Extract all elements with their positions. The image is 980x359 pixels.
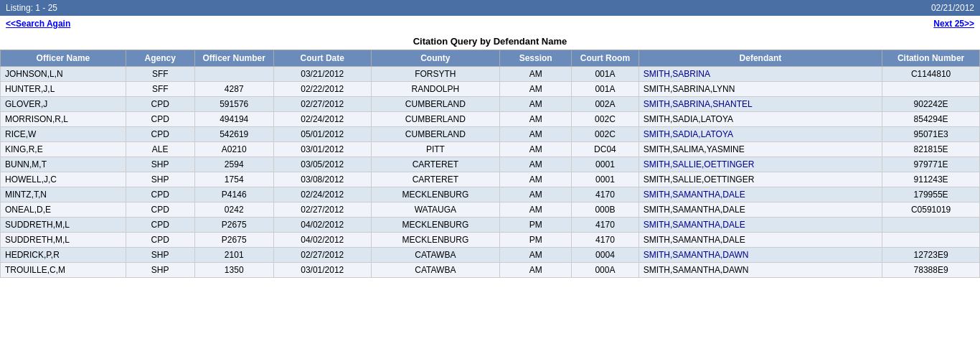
cell-citation_number xyxy=(882,233,980,248)
table-row: JOHNSON,L,NSFF03/21/2012FORSYTHAM001ASMI… xyxy=(1,67,980,82)
cell-officer_name: GLOVER,J xyxy=(1,97,126,112)
defendant-link[interactable]: SMITH,SABRINA,SHANTEL xyxy=(644,99,753,109)
cell-agency: CPD xyxy=(126,202,194,218)
cell-county: CARTERET xyxy=(371,157,499,172)
cell-court_room: 002C xyxy=(572,127,639,142)
table-row: HEDRICK,P,RSHP210102/27/2012CATAWBAAM000… xyxy=(1,248,980,263)
cell-defendant[interactable]: SMITH,SABRINA xyxy=(639,67,882,82)
cell-court_date: 03/05/2012 xyxy=(273,157,371,172)
defendant-link[interactable]: SMITH,SADIA,LATOYA xyxy=(644,129,733,139)
listing-text: Listing: 1 - 25 xyxy=(6,3,57,13)
cell-citation_number: C0591019 xyxy=(882,202,980,218)
cell-citation_number xyxy=(882,82,980,97)
col-header-county: County xyxy=(371,50,499,67)
cell-session: AM xyxy=(500,157,572,172)
cell-county: MECKLENBURG xyxy=(371,218,499,233)
cell-citation_number: 12723E9 xyxy=(882,248,980,263)
cell-defendant: SMITH,SAMANTHA,DALE xyxy=(639,233,882,248)
cell-officer_number: P2675 xyxy=(194,233,273,248)
cell-court_date: 02/24/2012 xyxy=(273,187,371,202)
cell-court_room: 001A xyxy=(572,82,639,97)
cell-officer_name: SUDDRETH,M,L xyxy=(1,233,126,248)
cell-officer_name: MORRISON,R,L xyxy=(1,112,126,127)
cell-county: CUMBERLAND xyxy=(371,97,499,112)
table-row: GLOVER,JCPD59157602/27/2012CUMBERLANDAM0… xyxy=(1,97,980,112)
cell-officer_name: MINTZ,T,N xyxy=(1,187,126,202)
cell-county: CARTERET xyxy=(371,172,499,187)
cell-court_room: 002A xyxy=(572,97,639,112)
table-row: ONEAL,D,ECPD024202/27/2012WATAUGAAM000BS… xyxy=(1,202,980,218)
cell-county: PITT xyxy=(371,142,499,157)
defendant-link[interactable]: SMITH,SALLIE,OETTINGER xyxy=(644,159,755,169)
cell-officer_name: RICE,W xyxy=(1,127,126,142)
col-header-citation-number: Citation Number xyxy=(882,50,980,67)
cell-county: CUMBERLAND xyxy=(371,127,499,142)
cell-officer_number: 1350 xyxy=(194,263,273,278)
cell-officer_number: 0242 xyxy=(194,202,273,218)
cell-court_date: 02/27/2012 xyxy=(273,97,371,112)
table-row: BUNN,M,TSHP259403/05/2012CARTERETAM0001S… xyxy=(1,157,980,172)
cell-court_room: 4170 xyxy=(572,233,639,248)
search-again-link[interactable]: <<Search Again xyxy=(6,19,70,29)
cell-citation_number: 979771E xyxy=(882,157,980,172)
next-25-link[interactable]: Next 25>> xyxy=(933,19,974,29)
table-row: HUNTER,J,LSFF428702/22/2012RANDOLPHAM001… xyxy=(1,82,980,97)
col-header-officer: Officer Name xyxy=(1,50,126,67)
cell-defendant: SMITH,SABRINA,LYNN xyxy=(639,82,882,97)
cell-county: RANDOLPH xyxy=(371,82,499,97)
cell-court_room: 000B xyxy=(572,202,639,218)
date-text: 02/21/2012 xyxy=(931,3,974,13)
cell-agency: CPD xyxy=(126,187,194,202)
cell-court_date: 03/21/2012 xyxy=(273,67,371,82)
cell-defendant[interactable]: SMITH,SAMANTHA,DALE xyxy=(639,187,882,202)
defendant-link[interactable]: SMITH,SAMANTHA,DALE xyxy=(644,220,745,230)
cell-defendant[interactable]: SMITH,SADIA,LATOYA xyxy=(639,127,882,142)
table-row: KING,R,EALEA021003/01/2012PITTAMDC04SMIT… xyxy=(1,142,980,157)
defendant-link[interactable]: SMITH,SABRINA xyxy=(644,69,710,79)
cell-court_room: 002C xyxy=(572,112,639,127)
cell-session: AM xyxy=(500,112,572,127)
cell-defendant[interactable]: SMITH,SAMANTHA,DALE xyxy=(639,218,882,233)
cell-defendant: SMITH,SAMANTHA,DAWN xyxy=(639,263,882,278)
cell-agency: SHP xyxy=(126,263,194,278)
cell-officer_number: 591576 xyxy=(194,97,273,112)
cell-officer_name: SUDDRETH,M,L xyxy=(1,218,126,233)
cell-session: AM xyxy=(500,142,572,157)
cell-citation_number xyxy=(882,218,980,233)
cell-officer_name: BUNN,M,T xyxy=(1,157,126,172)
cell-session: AM xyxy=(500,202,572,218)
cell-agency: SFF xyxy=(126,67,194,82)
cell-court_date: 02/27/2012 xyxy=(273,248,371,263)
col-header-officer-number: Officer Number xyxy=(194,50,273,67)
cell-county: WATAUGA xyxy=(371,202,499,218)
cell-defendant[interactable]: SMITH,SALLIE,OETTINGER xyxy=(639,157,882,172)
defendant-link[interactable]: SMITH,SAMANTHA,DAWN xyxy=(644,250,749,260)
cell-agency: CPD xyxy=(126,112,194,127)
cell-court_room: 4170 xyxy=(572,218,639,233)
cell-county: CATAWBA xyxy=(371,263,499,278)
defendant-link[interactable]: SMITH,SAMANTHA,DALE xyxy=(644,190,745,200)
cell-defendant[interactable]: SMITH,SAMANTHA,DAWN xyxy=(639,248,882,263)
cell-session: AM xyxy=(500,67,572,82)
page-title: Citation Query by Defendant Name xyxy=(0,32,980,50)
cell-session: AM xyxy=(500,248,572,263)
col-header-agency: Agency xyxy=(126,50,194,67)
cell-court_date: 03/01/2012 xyxy=(273,263,371,278)
cell-court_room: DC04 xyxy=(572,142,639,157)
cell-court_room: 001A xyxy=(572,67,639,82)
cell-court_room: 0001 xyxy=(572,172,639,187)
cell-agency: CPD xyxy=(126,218,194,233)
cell-agency: SFF xyxy=(126,82,194,97)
cell-court_room: 0004 xyxy=(572,248,639,263)
cell-officer_number: A0210 xyxy=(194,142,273,157)
cell-officer_name: HOWELL,J,C xyxy=(1,172,126,187)
cell-county: MECKLENBURG xyxy=(371,187,499,202)
cell-court_room: 000A xyxy=(572,263,639,278)
cell-defendant[interactable]: SMITH,SABRINA,SHANTEL xyxy=(639,97,882,112)
cell-county: FORSYTH xyxy=(371,67,499,82)
cell-officer_number: 1754 xyxy=(194,172,273,187)
cell-session: AM xyxy=(500,187,572,202)
cell-officer_number: 542619 xyxy=(194,127,273,142)
table-row: SUDDRETH,M,LCPDP267504/02/2012MECKLENBUR… xyxy=(1,233,980,248)
cell-officer_name: ONEAL,D,E xyxy=(1,202,126,218)
